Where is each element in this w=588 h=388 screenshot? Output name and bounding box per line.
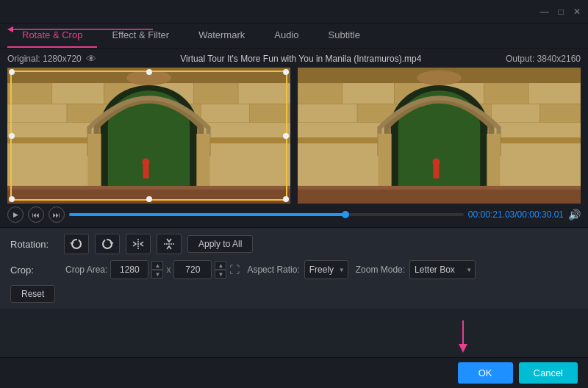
minimize-button[interactable]: — [539,7,550,17]
tab-bar: Rotate & Crop Effect & Filter Watermark … [0,24,588,48]
zoom-mode-label: Zoom Mode: [356,265,405,275]
width-increment-button[interactable]: ▲ [151,261,163,270]
svg-point-61 [417,71,462,85]
crop-label: Crop: [10,265,58,276]
crop-fullscreen-icon[interactable]: ⛶ [229,264,240,276]
width-decrement-button[interactable]: ▼ [151,270,163,279]
crop-width-input[interactable] [110,260,148,279]
output-preview-image [298,68,581,204]
cancel-button[interactable]: Cancel [519,362,578,384]
rotation-label: Rotation: [10,239,58,250]
svg-rect-10 [7,104,67,122]
svg-rect-38 [484,82,528,104]
svg-rect-29 [210,137,290,143]
svg-rect-15 [249,104,290,122]
tab-watermark[interactable]: Watermark [184,24,259,48]
tab-effect-filter[interactable]: Effect & Filter [97,24,184,48]
video-filename: Virtual Tour It's More Fun with You in M… [96,54,506,64]
svg-rect-58 [298,137,378,143]
tab-subtitle[interactable]: Subtitle [314,24,375,48]
preview-panels [7,68,581,204]
close-button[interactable]: ✕ [572,7,582,17]
svg-point-25 [142,158,149,165]
flip-h-icon [132,237,145,251]
rotate-cw-button[interactable] [95,234,120,254]
height-decrement-button[interactable]: ▼ [215,270,226,279]
svg-rect-59 [501,137,581,143]
rotate-cw-icon [101,237,114,251]
aspect-ratio-wrapper: Freely 16:9 4:3 1:1 [304,260,348,279]
progress-fill [69,213,345,216]
apply-all-button[interactable]: Apply to All [187,235,253,253]
aspect-ratio-label: Aspect Ratio: [247,265,299,275]
svg-point-31 [126,71,171,85]
svg-rect-5 [52,82,104,104]
aspect-ratio-select[interactable]: Freely 16:9 4:3 1:1 [304,260,348,279]
video-info-bar: Original: 1280x720 👁 Virtual Tour It's M… [7,53,581,65]
svg-rect-4 [7,82,52,104]
aspect-ratio-group: Aspect Ratio: Freely 16:9 4:3 1:1 [247,260,348,279]
svg-rect-8 [193,82,238,104]
svg-rect-35 [343,82,395,104]
next-button[interactable]: ⏭ [49,206,65,223]
svg-marker-65 [459,344,467,353]
playback-controls: ▶ ⏮ ⏭ 00:00:21.03/00:00:30.01 🔊 [7,204,581,224]
crop-area-label: Crop Area: [65,265,107,275]
flip-v-icon [162,237,176,251]
volume-icon[interactable]: 🔊 [568,209,581,220]
svg-rect-45 [539,104,581,122]
rotate-ccw-button[interactable] [64,234,89,254]
progress-thumb [342,211,349,218]
rotation-row: Rotation: [10,234,578,254]
original-preview [7,68,290,204]
flip-horizontal-button[interactable] [126,234,151,254]
flip-vertical-button[interactable] [157,234,182,254]
bottom-bar: OK Cancel [0,357,588,388]
window-controls: — □ ✕ [539,7,582,17]
tab-audio[interactable]: Audio [259,24,313,48]
ok-button[interactable]: OK [458,362,513,384]
svg-rect-40 [298,104,357,122]
output-res: Output: 3840x2160 [506,54,581,64]
controls-panel: Rotation: [0,227,588,309]
svg-rect-34 [298,82,343,104]
svg-rect-28 [7,137,87,143]
play-button[interactable]: ▶ [7,206,24,223]
reset-button[interactable]: Reset [10,285,55,303]
svg-rect-44 [491,104,539,122]
maximize-button[interactable]: □ [556,7,566,17]
time-display: 00:00:21.03/00:00:30.01 [468,209,564,220]
ok-arrow-annotation [452,319,474,356]
output-preview [298,68,581,204]
svg-rect-57 [298,190,581,204]
original-preview-image [7,68,290,204]
svg-rect-9 [238,82,290,104]
progress-bar[interactable] [69,213,464,216]
tab-rotate-crop[interactable]: Rotate & Crop [7,24,97,48]
rotate-ccw-icon [70,237,83,251]
zoom-mode-wrapper: Letter Box Pan & Scan Full [409,260,476,279]
svg-rect-14 [201,104,249,122]
svg-rect-39 [528,82,581,104]
crop-row: Crop: Crop Area: ▲ ▼ x ▲ ▼ ⛶ Aspect Rati… [10,260,578,279]
x-separator: x [166,265,171,275]
video-area: Original: 1280x720 👁 Virtual Tour It's M… [0,48,588,227]
crop-area-group: Crop Area: ▲ ▼ x ▲ ▼ ⛶ [65,260,240,279]
prev-button[interactable]: ⏮ [28,206,44,223]
svg-rect-27 [7,190,290,204]
original-res: Original: 1280x720 [7,54,82,64]
zoom-mode-select[interactable]: Letter Box Pan & Scan Full [409,260,476,279]
crop-height-input[interactable] [173,260,212,279]
zoom-mode-group: Zoom Mode: Letter Box Pan & Scan Full [356,260,476,279]
height-increment-button[interactable]: ▲ [215,261,226,270]
title-bar: — □ ✕ [0,0,588,24]
eye-icon[interactable]: 👁 [86,53,96,65]
svg-point-55 [432,158,440,165]
